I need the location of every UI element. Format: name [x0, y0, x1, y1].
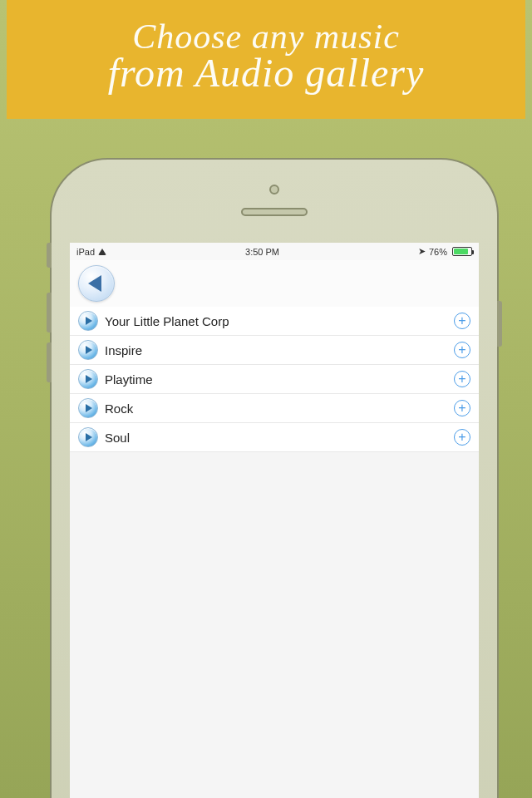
- banner-title-line2: from Audio gallery: [32, 50, 500, 96]
- back-button[interactable]: [78, 265, 115, 302]
- list-item[interactable]: Rock +: [70, 394, 479, 423]
- play-icon[interactable]: [78, 427, 98, 447]
- track-label: Your Little Planet Corp: [105, 314, 447, 328]
- add-button[interactable]: +: [454, 342, 470, 358]
- phone-earpiece: [241, 208, 308, 216]
- phone-frame: iPad 3:50 PM ➤ 76% Your Little Planet Co…: [50, 158, 499, 798]
- add-button[interactable]: +: [454, 371, 470, 387]
- track-label: Soul: [105, 431, 447, 445]
- battery-icon: [452, 247, 472, 256]
- status-right: ➤ 76%: [418, 246, 472, 257]
- phone-camera: [269, 185, 279, 195]
- phone-volume-down: [47, 342, 52, 382]
- track-label: Inspire: [105, 343, 447, 357]
- phone-screen: iPad 3:50 PM ➤ 76% Your Little Planet Co…: [70, 243, 479, 798]
- back-arrow-icon: [88, 275, 101, 292]
- status-bar: iPad 3:50 PM ➤ 76%: [70, 243, 479, 260]
- track-label: Rock: [105, 401, 447, 416]
- nav-bar: [70, 260, 479, 307]
- list-item[interactable]: Inspire +: [70, 336, 479, 365]
- status-time: 3:50 PM: [245, 247, 279, 257]
- list-item[interactable]: Your Little Planet Corp +: [70, 307, 479, 336]
- phone-volume-up: [47, 293, 52, 332]
- add-button[interactable]: +: [454, 429, 470, 446]
- phone-mute-switch: [47, 243, 52, 268]
- play-icon[interactable]: [78, 340, 98, 360]
- phone-sensors: [52, 185, 497, 216]
- play-icon[interactable]: [78, 369, 98, 389]
- phone-power-button: [497, 301, 502, 347]
- location-icon: ➤: [418, 246, 426, 257]
- track-list: Your Little Planet Corp + Inspire + Play…: [70, 307, 479, 452]
- list-item[interactable]: Playtime +: [70, 365, 479, 394]
- promo-banner: Choose any music from Audio gallery: [7, 0, 525, 119]
- battery-percent: 76%: [429, 247, 447, 257]
- add-button[interactable]: +: [454, 400, 470, 416]
- play-icon[interactable]: [78, 311, 98, 331]
- add-button[interactable]: +: [454, 313, 470, 329]
- wifi-icon: [98, 249, 106, 255]
- list-item[interactable]: Soul +: [70, 423, 479, 452]
- play-icon[interactable]: [78, 398, 98, 418]
- device-label: iPad: [76, 247, 95, 257]
- track-label: Playtime: [105, 372, 447, 387]
- status-left: iPad: [76, 247, 106, 257]
